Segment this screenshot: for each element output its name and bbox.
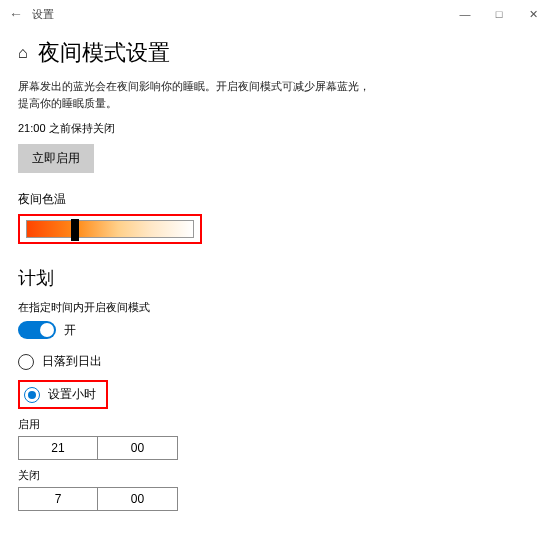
toggle-label: 开: [64, 322, 76, 339]
content-area: ⌂ 夜间模式设置 屏幕发出的蓝光会在夜间影响你的睡眠。开启夜间模式可减少屏幕蓝光…: [0, 28, 554, 517]
start-hour[interactable]: 21: [18, 436, 98, 460]
schedule-heading: 计划: [18, 266, 536, 290]
maximize-button[interactable]: □: [482, 8, 516, 21]
color-temp-highlight: [18, 214, 202, 244]
start-label: 启用: [18, 417, 536, 432]
status-text: 21:00 之前保持关闭: [18, 121, 536, 136]
page-title-row: ⌂ 夜间模式设置: [18, 38, 536, 68]
radio-sunset-label: 日落到日出: [42, 353, 102, 370]
window-title: 设置: [28, 7, 448, 22]
radio-hours-label: 设置小时: [48, 386, 96, 403]
radio-sunset[interactable]: 日落到日出: [18, 353, 536, 370]
schedule-toggle[interactable]: [18, 321, 56, 339]
radio-hours[interactable]: 设置小时: [24, 386, 96, 403]
end-hour[interactable]: 7: [18, 487, 98, 511]
radio-hours-highlight: 设置小时: [18, 380, 108, 409]
end-minute[interactable]: 00: [98, 487, 178, 511]
titlebar: ← 设置 — □ ✕: [0, 0, 554, 28]
start-time-picker: 21 00: [18, 436, 536, 460]
window-controls: — □ ✕: [448, 8, 550, 21]
home-icon[interactable]: ⌂: [18, 44, 28, 62]
radio-icon: [24, 387, 40, 403]
schedule-sublabel: 在指定时间内开启夜间模式: [18, 300, 536, 315]
radio-icon: [18, 354, 34, 370]
description: 屏幕发出的蓝光会在夜间影响你的睡眠。开启夜间模式可减少屏幕蓝光， 提高你的睡眠质…: [18, 78, 536, 111]
enable-now-button[interactable]: 立即启用: [18, 144, 94, 173]
minimize-button[interactable]: —: [448, 8, 482, 21]
close-button[interactable]: ✕: [516, 8, 550, 21]
back-button[interactable]: ←: [4, 6, 28, 22]
page-heading: 夜间模式设置: [38, 38, 170, 68]
schedule-toggle-row: 开: [18, 321, 536, 339]
end-time-picker: 7 00: [18, 487, 536, 511]
color-temp-slider[interactable]: [26, 220, 194, 238]
start-minute[interactable]: 00: [98, 436, 178, 460]
end-label: 关闭: [18, 468, 536, 483]
color-temp-label: 夜间色温: [18, 191, 536, 208]
slider-thumb[interactable]: [71, 219, 79, 241]
